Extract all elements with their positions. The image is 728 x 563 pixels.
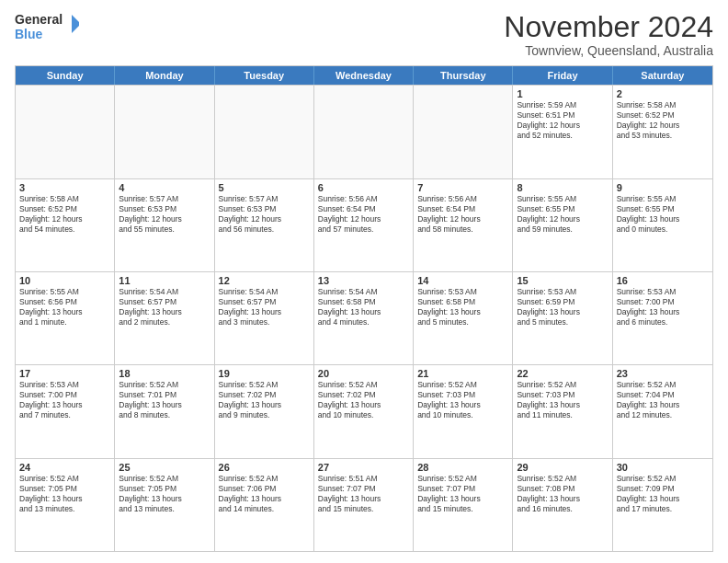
day-number-1: 1 bbox=[517, 88, 608, 99]
day-number-8: 8 bbox=[517, 182, 608, 193]
calendar-row-0: 1Sunrise: 5:59 AMSunset: 6:51 PMDaylight… bbox=[16, 85, 712, 178]
day-number-26: 26 bbox=[219, 462, 310, 473]
header: General Blue November 2024 Townview, Que… bbox=[15, 11, 713, 58]
cell-day-10: 10Sunrise: 5:55 AMSunset: 6:56 PMDayligh… bbox=[16, 272, 115, 364]
day-number-25: 25 bbox=[119, 462, 210, 473]
day-number-23: 23 bbox=[617, 368, 709, 379]
calendar-row-4: 24Sunrise: 5:52 AMSunset: 7:05 PMDayligh… bbox=[16, 458, 712, 551]
cell-day-27: 27Sunrise: 5:51 AMSunset: 7:07 PMDayligh… bbox=[314, 459, 414, 551]
cell-day-28: 28Sunrise: 5:52 AMSunset: 7:07 PMDayligh… bbox=[414, 459, 513, 551]
day-number-7: 7 bbox=[417, 182, 508, 193]
day-number-13: 13 bbox=[318, 275, 409, 286]
cell-day-15: 15Sunrise: 5:53 AMSunset: 6:59 PMDayligh… bbox=[513, 272, 612, 364]
cell-day-14: 14Sunrise: 5:53 AMSunset: 6:58 PMDayligh… bbox=[414, 272, 513, 364]
day-number-19: 19 bbox=[219, 368, 310, 379]
header-tuesday: Tuesday bbox=[215, 66, 314, 85]
cell-day-29: 29Sunrise: 5:52 AMSunset: 7:08 PMDayligh… bbox=[513, 459, 612, 551]
day-number-15: 15 bbox=[517, 275, 608, 286]
cell-day-19: 19Sunrise: 5:52 AMSunset: 7:02 PMDayligh… bbox=[215, 365, 314, 457]
cell-info-4: Sunrise: 5:57 AMSunset: 6:53 PMDaylight:… bbox=[119, 194, 210, 235]
cell-day-6: 6Sunrise: 5:56 AMSunset: 6:54 PMDaylight… bbox=[314, 179, 414, 271]
cell-info-15: Sunrise: 5:53 AMSunset: 6:59 PMDaylight:… bbox=[517, 287, 608, 327]
cell-day-25: 25Sunrise: 5:52 AMSunset: 7:05 PMDayligh… bbox=[115, 459, 214, 551]
cell-info-30: Sunrise: 5:52 AMSunset: 7:09 PMDaylight:… bbox=[617, 474, 709, 514]
day-number-18: 18 bbox=[119, 368, 210, 379]
cell-info-7: Sunrise: 5:56 AMSunset: 6:54 PMDaylight:… bbox=[417, 194, 508, 235]
cell-info-13: Sunrise: 5:54 AMSunset: 6:58 PMDaylight:… bbox=[318, 287, 409, 327]
cell-info-6: Sunrise: 5:56 AMSunset: 6:54 PMDaylight:… bbox=[318, 194, 409, 235]
calendar-row-3: 17Sunrise: 5:53 AMSunset: 7:00 PMDayligh… bbox=[16, 364, 712, 457]
cell-day-9: 9Sunrise: 5:55 AMSunset: 6:55 PMDaylight… bbox=[613, 179, 712, 271]
cell-info-29: Sunrise: 5:52 AMSunset: 7:08 PMDaylight:… bbox=[517, 474, 608, 514]
svg-text:Blue: Blue bbox=[15, 27, 43, 41]
header-saturday: Saturday bbox=[613, 66, 712, 85]
cell-day-2: 2Sunrise: 5:58 AMSunset: 6:52 PMDaylight… bbox=[613, 86, 712, 178]
cell-info-28: Sunrise: 5:52 AMSunset: 7:07 PMDaylight:… bbox=[417, 474, 508, 514]
cell-info-19: Sunrise: 5:52 AMSunset: 7:02 PMDaylight:… bbox=[219, 380, 310, 420]
cell-day-4: 4Sunrise: 5:57 AMSunset: 6:53 PMDaylight… bbox=[115, 179, 214, 271]
cell-day-11: 11Sunrise: 5:54 AMSunset: 6:57 PMDayligh… bbox=[115, 272, 214, 364]
svg-marker-2 bbox=[72, 15, 79, 33]
calendar-row-1: 3Sunrise: 5:58 AMSunset: 6:52 PMDaylight… bbox=[16, 178, 712, 271]
cell-info-22: Sunrise: 5:52 AMSunset: 7:03 PMDaylight:… bbox=[517, 380, 608, 420]
day-number-14: 14 bbox=[417, 275, 508, 286]
day-number-6: 6 bbox=[318, 182, 409, 193]
cell-day-13: 13Sunrise: 5:54 AMSunset: 6:58 PMDayligh… bbox=[314, 272, 414, 364]
cell-day-20: 20Sunrise: 5:52 AMSunset: 7:02 PMDayligh… bbox=[314, 365, 414, 457]
day-number-17: 17 bbox=[19, 368, 110, 379]
cell-day-16: 16Sunrise: 5:53 AMSunset: 7:00 PMDayligh… bbox=[613, 272, 712, 364]
cell-day-23: 23Sunrise: 5:52 AMSunset: 7:04 PMDayligh… bbox=[613, 365, 712, 457]
cell-info-17: Sunrise: 5:53 AMSunset: 7:00 PMDaylight:… bbox=[19, 380, 110, 420]
cell-day-21: 21Sunrise: 5:52 AMSunset: 7:03 PMDayligh… bbox=[414, 365, 513, 457]
cell-info-5: Sunrise: 5:57 AMSunset: 6:53 PMDaylight:… bbox=[219, 194, 310, 235]
title-block: November 2024 Townview, Queensland, Aust… bbox=[504, 11, 713, 58]
calendar: SundayMondayTuesdayWednesdayThursdayFrid… bbox=[15, 65, 713, 552]
cell-info-18: Sunrise: 5:52 AMSunset: 7:01 PMDaylight:… bbox=[119, 380, 210, 420]
cell-info-1: Sunrise: 5:59 AMSunset: 6:51 PMDaylight:… bbox=[517, 100, 608, 141]
cell-info-23: Sunrise: 5:52 AMSunset: 7:04 PMDaylight:… bbox=[617, 380, 709, 420]
day-number-9: 9 bbox=[617, 182, 709, 193]
cell-info-9: Sunrise: 5:55 AMSunset: 6:55 PMDaylight:… bbox=[617, 194, 709, 235]
day-number-24: 24 bbox=[19, 462, 110, 473]
header-sunday: Sunday bbox=[16, 66, 115, 85]
cell-empty-r0c1 bbox=[115, 86, 214, 178]
cell-empty-r0c3 bbox=[314, 86, 414, 178]
cell-day-7: 7Sunrise: 5:56 AMSunset: 6:54 PMDaylight… bbox=[414, 179, 513, 271]
cell-info-27: Sunrise: 5:51 AMSunset: 7:07 PMDaylight:… bbox=[318, 474, 409, 514]
cell-info-8: Sunrise: 5:55 AMSunset: 6:55 PMDaylight:… bbox=[517, 194, 608, 235]
logo-svg: General Blue bbox=[15, 11, 79, 43]
cell-day-24: 24Sunrise: 5:52 AMSunset: 7:05 PMDayligh… bbox=[16, 459, 115, 551]
svg-text:General: General bbox=[15, 12, 63, 27]
cell-info-24: Sunrise: 5:52 AMSunset: 7:05 PMDaylight:… bbox=[19, 474, 110, 514]
cell-day-8: 8Sunrise: 5:55 AMSunset: 6:55 PMDaylight… bbox=[513, 179, 612, 271]
day-number-30: 30 bbox=[617, 462, 709, 473]
header-monday: Monday bbox=[115, 66, 214, 85]
cell-info-26: Sunrise: 5:52 AMSunset: 7:06 PMDaylight:… bbox=[219, 474, 310, 514]
cell-day-22: 22Sunrise: 5:52 AMSunset: 7:03 PMDayligh… bbox=[513, 365, 612, 457]
logo: General Blue bbox=[15, 11, 79, 43]
calendar-header: SundayMondayTuesdayWednesdayThursdayFrid… bbox=[16, 66, 712, 85]
cell-info-2: Sunrise: 5:58 AMSunset: 6:52 PMDaylight:… bbox=[617, 100, 709, 141]
day-number-2: 2 bbox=[617, 88, 709, 99]
cell-info-12: Sunrise: 5:54 AMSunset: 6:57 PMDaylight:… bbox=[219, 287, 310, 327]
cell-day-3: 3Sunrise: 5:58 AMSunset: 6:52 PMDaylight… bbox=[16, 179, 115, 271]
day-number-5: 5 bbox=[219, 182, 310, 193]
cell-info-21: Sunrise: 5:52 AMSunset: 7:03 PMDaylight:… bbox=[417, 380, 508, 420]
cell-info-3: Sunrise: 5:58 AMSunset: 6:52 PMDaylight:… bbox=[19, 194, 110, 235]
header-friday: Friday bbox=[513, 66, 612, 85]
cell-info-25: Sunrise: 5:52 AMSunset: 7:05 PMDaylight:… bbox=[119, 474, 210, 514]
cell-info-14: Sunrise: 5:53 AMSunset: 6:58 PMDaylight:… bbox=[417, 287, 508, 327]
page: General Blue November 2024 Townview, Que… bbox=[0, 0, 728, 563]
cell-empty-r0c0 bbox=[16, 86, 115, 178]
day-number-16: 16 bbox=[617, 275, 709, 286]
calendar-body: 1Sunrise: 5:59 AMSunset: 6:51 PMDaylight… bbox=[16, 85, 712, 551]
header-wednesday: Wednesday bbox=[314, 66, 414, 85]
day-number-11: 11 bbox=[119, 275, 210, 286]
header-thursday: Thursday bbox=[414, 66, 513, 85]
day-number-3: 3 bbox=[19, 182, 110, 193]
cell-empty-r0c4 bbox=[414, 86, 513, 178]
day-number-12: 12 bbox=[219, 275, 310, 286]
cell-info-11: Sunrise: 5:54 AMSunset: 6:57 PMDaylight:… bbox=[119, 287, 210, 327]
day-number-28: 28 bbox=[417, 462, 508, 473]
cell-info-10: Sunrise: 5:55 AMSunset: 6:56 PMDaylight:… bbox=[19, 287, 110, 327]
